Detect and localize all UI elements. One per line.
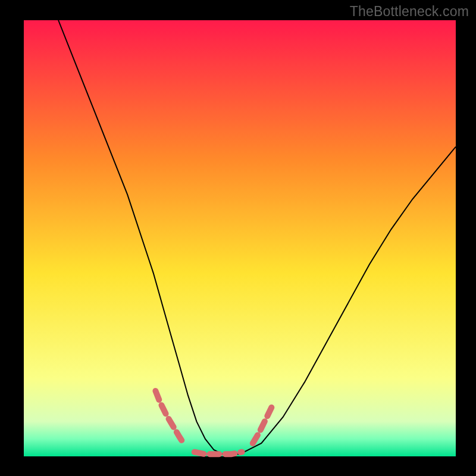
watermark-text: TheBottleneck.com xyxy=(350,4,469,20)
highlight-bottom xyxy=(195,452,242,455)
chart-stage: TheBottleneck.com xyxy=(0,0,476,476)
gradient-background xyxy=(24,20,456,456)
bottleneck-chart xyxy=(0,0,476,476)
